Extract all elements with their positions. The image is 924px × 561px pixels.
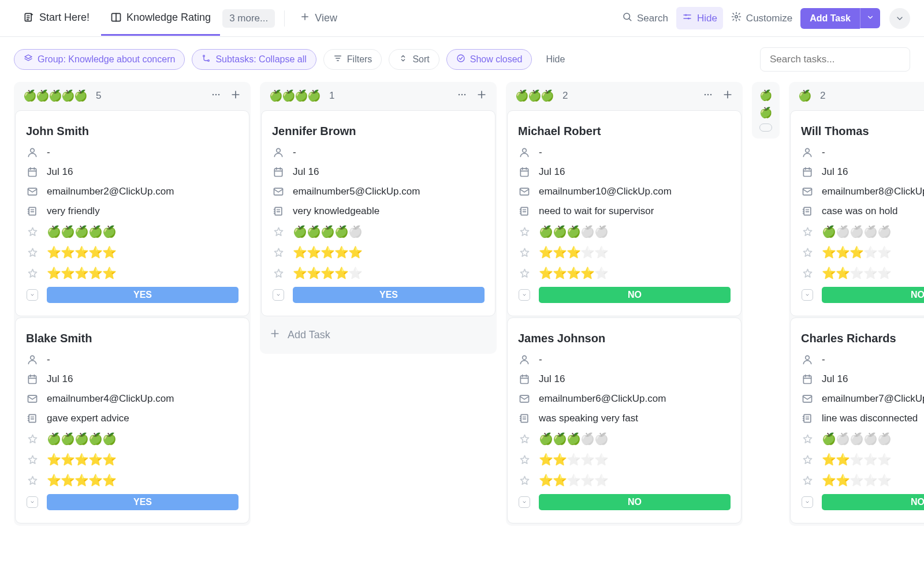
svg-point-27 bbox=[705, 94, 706, 96]
task-card[interactable]: James Johnson - Jul 16 emailnumber6@Clic… bbox=[507, 317, 742, 523]
assignee-value: - bbox=[539, 354, 542, 365]
board-column: 🍏🍏🍏🍏🍏 5 John Smith - Jul 16 emailnumber2… bbox=[14, 82, 251, 526]
search-tasks-input[interactable] bbox=[760, 47, 910, 72]
column-more-icon[interactable] bbox=[210, 89, 222, 102]
note-value: very knowledgeable bbox=[293, 205, 379, 217]
column-body: Jennifer Brown - Jul 16 emailnumber5@Cli… bbox=[260, 109, 497, 354]
task-card[interactable]: John Smith - Jul 16 emailnumber2@ClickUp… bbox=[15, 110, 249, 316]
star-icon bbox=[801, 267, 814, 279]
apple-rating: 🍏🍏🍏🍏🍏 bbox=[293, 225, 362, 238]
task-title: Will Thomas bbox=[801, 121, 924, 143]
board-column: 🍏🍏🍏🍏 1 Jennifer Brown - Jul 16 emailnumb… bbox=[260, 82, 497, 354]
assignee-icon bbox=[801, 146, 814, 159]
assignee-icon bbox=[272, 146, 285, 159]
column-count: 5 bbox=[96, 90, 101, 102]
svg-point-30 bbox=[523, 148, 527, 152]
note-icon bbox=[26, 412, 39, 425]
svg-point-10 bbox=[215, 94, 217, 96]
hide-filters-button[interactable]: Hide bbox=[539, 54, 572, 65]
board-icon bbox=[110, 12, 122, 23]
customize-button[interactable]: Customize bbox=[725, 7, 798, 29]
column-apples: 🍏🍏🍏 bbox=[515, 89, 553, 102]
column-header[interactable]: 🍏🍏🍏🍏 1 bbox=[260, 82, 497, 109]
calendar-icon bbox=[518, 373, 531, 386]
search-button[interactable]: Search bbox=[616, 7, 674, 29]
column-header[interactable]: 🍏🍏🍏🍏🍏 5 bbox=[14, 82, 251, 109]
svg-rect-31 bbox=[520, 169, 528, 176]
group-chip[interactable]: Group: Knowledge about concern bbox=[14, 49, 185, 70]
column-more-icon[interactable] bbox=[702, 89, 714, 102]
add-task-label: Add Task bbox=[288, 329, 330, 341]
date-value: Jul 16 bbox=[539, 373, 565, 385]
svg-point-20 bbox=[459, 94, 460, 96]
column-more-icon[interactable] bbox=[456, 89, 468, 102]
add-view-button[interactable]: View bbox=[294, 7, 343, 29]
column-header[interactable]: 🍏 2 bbox=[789, 82, 924, 109]
star-icon bbox=[272, 225, 285, 238]
star-icon bbox=[518, 267, 531, 279]
show-closed-label: Show closed bbox=[470, 54, 523, 65]
star-icon bbox=[26, 474, 39, 487]
filters-chip[interactable]: Filters bbox=[323, 49, 382, 70]
svg-point-9 bbox=[213, 94, 214, 96]
board-column: 🍏🍏🍏 2 Michael Robert - Jul 16 emailnumbe… bbox=[506, 82, 743, 526]
column-apples: 🍏 bbox=[798, 89, 811, 102]
more-menu-button[interactable] bbox=[889, 8, 910, 29]
task-card[interactable]: Blake Smith - Jul 16 emailnumber4@ClickU… bbox=[15, 317, 249, 523]
apple-icon: 🍏 bbox=[759, 89, 772, 102]
svg-rect-17 bbox=[28, 376, 36, 383]
column-add-icon[interactable] bbox=[722, 89, 733, 102]
hide-label: Hide bbox=[697, 13, 717, 24]
add-task-dropdown[interactable] bbox=[860, 8, 880, 28]
assignee-value: - bbox=[293, 147, 296, 158]
apple-rating: 🍏🍏🍏🍏🍏 bbox=[539, 225, 608, 238]
task-card[interactable]: Will Thomas - Jul 16 emailnumber8@ClickU… bbox=[790, 110, 924, 316]
view-label: View bbox=[315, 12, 337, 24]
show-closed-chip[interactable]: Show closed bbox=[446, 49, 532, 70]
task-card[interactable]: Michael Robert - Jul 16 emailnumber10@Cl… bbox=[507, 110, 742, 316]
email-icon bbox=[26, 392, 39, 405]
sort-chip[interactable]: Sort bbox=[389, 49, 439, 70]
board: 🍏🍏🍏🍏🍏 5 John Smith - Jul 16 emailnumber2… bbox=[0, 82, 924, 540]
svg-point-34 bbox=[523, 356, 527, 360]
date-value: Jul 16 bbox=[539, 166, 565, 178]
add-task-button[interactable]: Add Task bbox=[800, 8, 880, 29]
add-task-row[interactable]: Add Task bbox=[261, 317, 495, 353]
date-value: Jul 16 bbox=[47, 166, 73, 178]
star-icon bbox=[801, 432, 814, 445]
svg-rect-13 bbox=[28, 169, 36, 176]
task-card[interactable]: Charles Richards - Jul 16 emailnumber7@C… bbox=[790, 317, 924, 523]
svg-point-29 bbox=[710, 94, 712, 96]
star-rating-1: ⭐⭐⭐⭐⭐ bbox=[47, 245, 116, 259]
subtasks-chip[interactable]: Subtasks: Collapse all bbox=[192, 49, 316, 70]
column-add-icon[interactable] bbox=[476, 89, 487, 102]
svg-point-41 bbox=[806, 148, 810, 152]
svg-point-12 bbox=[31, 148, 35, 152]
note-icon bbox=[518, 412, 531, 425]
add-task-label[interactable]: Add Task bbox=[800, 8, 860, 29]
column-add-icon[interactable] bbox=[230, 89, 241, 102]
column-count: 2 bbox=[562, 90, 568, 102]
tab-knowledge-rating[interactable]: Knowledge Rating bbox=[101, 1, 220, 36]
star-icon bbox=[26, 453, 39, 466]
star-rating-2: ⭐⭐⭐⭐⭐ bbox=[822, 266, 891, 280]
note-value: line was disconnected bbox=[822, 413, 918, 424]
task-card[interactable]: Jennifer Brown - Jul 16 emailnumber5@Cli… bbox=[261, 110, 495, 316]
date-value: Jul 16 bbox=[822, 166, 848, 178]
date-value: Jul 16 bbox=[47, 373, 73, 385]
column-header[interactable]: 🍏🍏🍏 2 bbox=[506, 82, 743, 109]
email-value: emailnumber2@ClickUp.com bbox=[47, 186, 174, 197]
filterbar: Group: Knowledge about concern Subtasks:… bbox=[0, 37, 924, 82]
column-count: 1 bbox=[329, 90, 334, 102]
svg-rect-42 bbox=[803, 169, 811, 176]
email-icon bbox=[518, 185, 531, 198]
task-title: James Johnson bbox=[518, 328, 731, 350]
star-rating-1: ⭐⭐⭐⭐⭐ bbox=[539, 452, 608, 466]
apple-rating: 🍏🍏🍏🍏🍏 bbox=[822, 432, 891, 446]
hide-button[interactable]: Hide bbox=[676, 7, 723, 29]
tab-start-here[interactable]: Start Here! bbox=[14, 1, 99, 36]
more-tabs-pill[interactable]: 3 more... bbox=[222, 9, 275, 28]
collapsed-column[interactable]: 🍏 🍏 bbox=[752, 82, 780, 139]
svg-point-23 bbox=[277, 148, 281, 152]
svg-point-11 bbox=[218, 94, 220, 96]
